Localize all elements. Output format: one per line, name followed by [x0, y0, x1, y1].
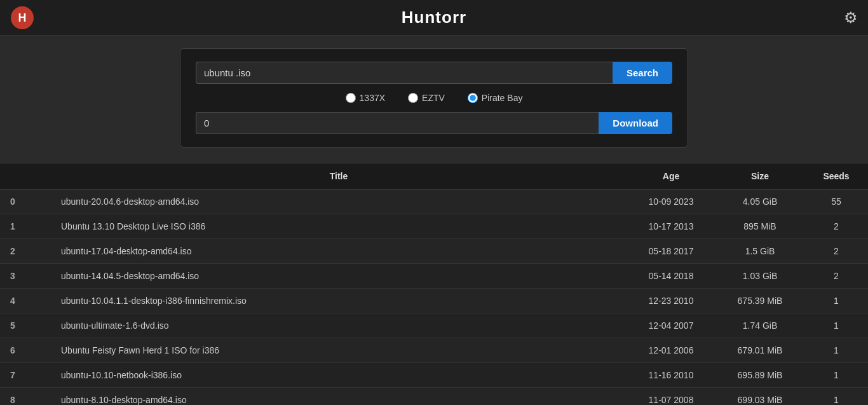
cell-num: 1	[0, 214, 51, 239]
cell-seeds: 1	[804, 363, 868, 388]
cell-seeds: 1	[804, 313, 868, 338]
download-input[interactable]	[196, 112, 599, 134]
cell-age: 11-07 2008	[627, 388, 715, 406]
table-row[interactable]: 6Ubuntu Feisty Fawn Herd 1 ISO for i3861…	[0, 338, 868, 363]
source-1337x[interactable]: 1337X	[346, 93, 385, 103]
table-row[interactable]: 4ubuntu-10.04.1.1-desktop-i386-finnishre…	[0, 289, 868, 313]
cell-title: ubuntu-17.04-desktop-amd64.iso	[51, 239, 627, 264]
source-radio-group: 1337X EZTV Pirate Bay	[196, 93, 672, 103]
results-table: Title Age Size Seeds 0ubuntu-20.04.6-des…	[0, 163, 868, 405]
cell-num: 3	[0, 264, 51, 289]
col-header-size: Size	[715, 163, 804, 189]
settings-icon[interactable]: ⚙	[844, 9, 858, 27]
download-button[interactable]: Download	[599, 112, 672, 134]
cell-title: Ubuntu 13.10 Desktop Live ISO i386	[51, 214, 627, 239]
table-body: 0ubuntu-20.04.6-desktop-amd64.iso10-09 2…	[0, 189, 868, 406]
radio-eztv[interactable]	[408, 93, 418, 103]
cell-age: 12-04 2007	[627, 313, 715, 338]
cell-seeds: 1	[804, 388, 868, 406]
cell-size: 1.74 GiB	[715, 313, 804, 338]
cell-num: 8	[0, 388, 51, 406]
cell-size: 679.01 MiB	[715, 338, 804, 363]
radio-1337x[interactable]	[346, 93, 356, 103]
cell-size: 1.03 GiB	[715, 264, 804, 289]
cell-age: 11-16 2010	[627, 363, 715, 388]
source-eztv[interactable]: EZTV	[408, 93, 445, 103]
table-row[interactable]: 1Ubuntu 13.10 Desktop Live ISO i38610-17…	[0, 214, 868, 239]
cell-size: 695.89 MiB	[715, 363, 804, 388]
source-eztv-label: EZTV	[422, 93, 445, 103]
source-piratebay-label: Pirate Bay	[482, 93, 523, 103]
table-row[interactable]: 0ubuntu-20.04.6-desktop-amd64.iso10-09 2…	[0, 189, 868, 214]
cell-num: 7	[0, 363, 51, 388]
cell-age: 12-23 2010	[627, 289, 715, 313]
cell-num: 2	[0, 239, 51, 264]
search-panel: Search 1337X EZTV Pirate Bay Download	[180, 48, 688, 148]
cell-size: 4.05 GiB	[715, 189, 804, 214]
cell-size: 1.5 GiB	[715, 239, 804, 264]
header: H Huntorr ⚙	[0, 0, 868, 36]
col-header-seeds: Seeds	[804, 163, 868, 189]
download-row: Download	[196, 112, 672, 134]
cell-size: 895 MiB	[715, 214, 804, 239]
table-row[interactable]: 7ubuntu-10.10-netbook-i386.iso11-16 2010…	[0, 363, 868, 388]
table-row[interactable]: 5ubuntu-ultimate-1.6-dvd.iso12-04 20071.…	[0, 313, 868, 338]
cell-seeds: 2	[804, 239, 868, 264]
search-button[interactable]: Search	[613, 62, 672, 84]
cell-num: 0	[0, 189, 51, 214]
cell-size: 675.39 MiB	[715, 289, 804, 313]
app-logo: H	[10, 6, 34, 30]
cell-seeds: 1	[804, 338, 868, 363]
cell-size: 699.03 MiB	[715, 388, 804, 406]
source-1337x-label: 1337X	[360, 93, 385, 103]
cell-seeds: 2	[804, 214, 868, 239]
cell-title: ubuntu-10.04.1.1-desktop-i386-finnishrem…	[51, 289, 627, 313]
app-title: Huntorr	[402, 8, 466, 27]
cell-title: ubuntu-8.10-desktop-amd64.iso	[51, 388, 627, 406]
table-row[interactable]: 3ubuntu-14.04.5-desktop-amd64.iso05-14 2…	[0, 264, 868, 289]
cell-num: 5	[0, 313, 51, 338]
cell-title: ubuntu-20.04.6-desktop-amd64.iso	[51, 189, 627, 214]
results-table-container: Title Age Size Seeds 0ubuntu-20.04.6-des…	[0, 163, 868, 405]
cell-num: 6	[0, 338, 51, 363]
cell-seeds: 55	[804, 189, 868, 214]
cell-title: ubuntu-ultimate-1.6-dvd.iso	[51, 313, 627, 338]
col-header-title: Title	[51, 163, 627, 189]
cell-age: 05-14 2018	[627, 264, 715, 289]
cell-title: ubuntu-14.04.5-desktop-amd64.iso	[51, 264, 627, 289]
search-input[interactable]	[196, 62, 613, 84]
svg-text:H: H	[18, 11, 27, 24]
cell-title: ubuntu-10.10-netbook-i386.iso	[51, 363, 627, 388]
cell-seeds: 1	[804, 289, 868, 313]
table-row[interactable]: 8ubuntu-8.10-desktop-amd64.iso11-07 2008…	[0, 388, 868, 406]
col-header-num	[0, 163, 51, 189]
source-piratebay[interactable]: Pirate Bay	[468, 93, 523, 103]
search-row: Search	[196, 62, 672, 84]
table-row[interactable]: 2ubuntu-17.04-desktop-amd64.iso05-18 201…	[0, 239, 868, 264]
radio-piratebay[interactable]	[468, 93, 478, 103]
cell-age: 10-17 2013	[627, 214, 715, 239]
cell-age: 12-01 2006	[627, 338, 715, 363]
cell-age: 10-09 2023	[627, 189, 715, 214]
cell-title: Ubuntu Feisty Fawn Herd 1 ISO for i386	[51, 338, 627, 363]
table-header: Title Age Size Seeds	[0, 163, 868, 189]
cell-age: 05-18 2017	[627, 239, 715, 264]
cell-num: 4	[0, 289, 51, 313]
cell-seeds: 2	[804, 264, 868, 289]
col-header-age: Age	[627, 163, 715, 189]
table-header-row: Title Age Size Seeds	[0, 163, 868, 189]
